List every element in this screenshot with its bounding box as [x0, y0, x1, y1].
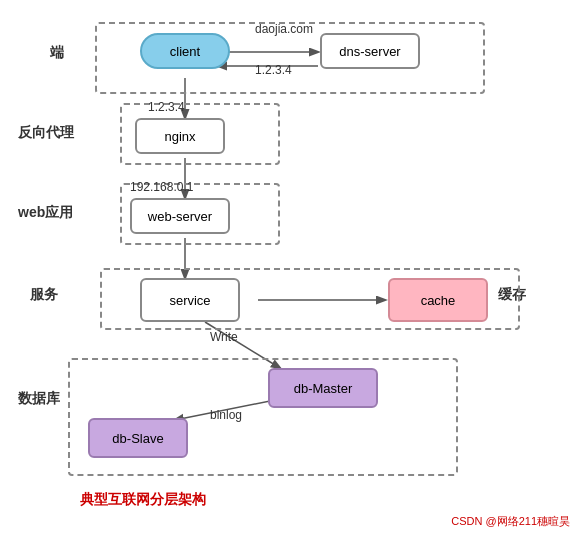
web-server-node: web-server — [130, 198, 230, 234]
diagram-container: 端 反向代理 web应用 服务 数据库 缓存 client dns-server… — [0, 0, 580, 537]
ip-label-nginx: 1.2.3.4 — [148, 100, 185, 114]
layer-service: 服务 — [30, 286, 58, 304]
diagram-title: 典型互联网分层架构 — [80, 491, 206, 509]
service-node: service — [140, 278, 240, 322]
layer-database: 数据库 — [18, 390, 60, 408]
layer-reverse-proxy: 反向代理 — [18, 124, 74, 142]
ip-label-web: 192.168.0.1 — [130, 180, 193, 194]
layer-web-app: web应用 — [18, 204, 73, 222]
binlog-label: binlog — [210, 408, 242, 422]
database-layer-box — [68, 358, 458, 476]
db-slave-node: db-Slave — [88, 418, 188, 458]
daojia-label: daojia.com — [255, 22, 313, 36]
db-master-node: db-Master — [268, 368, 378, 408]
dns-server-node: dns-server — [320, 33, 420, 69]
client-node: client — [140, 33, 230, 69]
layer-client: 端 — [50, 44, 64, 62]
ip-label-dns: 1.2.3.4 — [255, 63, 292, 77]
write-label: Write — [210, 330, 238, 344]
cache-node: cache — [388, 278, 488, 322]
nginx-node: nginx — [135, 118, 225, 154]
watermark: CSDN @网络211穗暄昊 — [451, 514, 570, 529]
